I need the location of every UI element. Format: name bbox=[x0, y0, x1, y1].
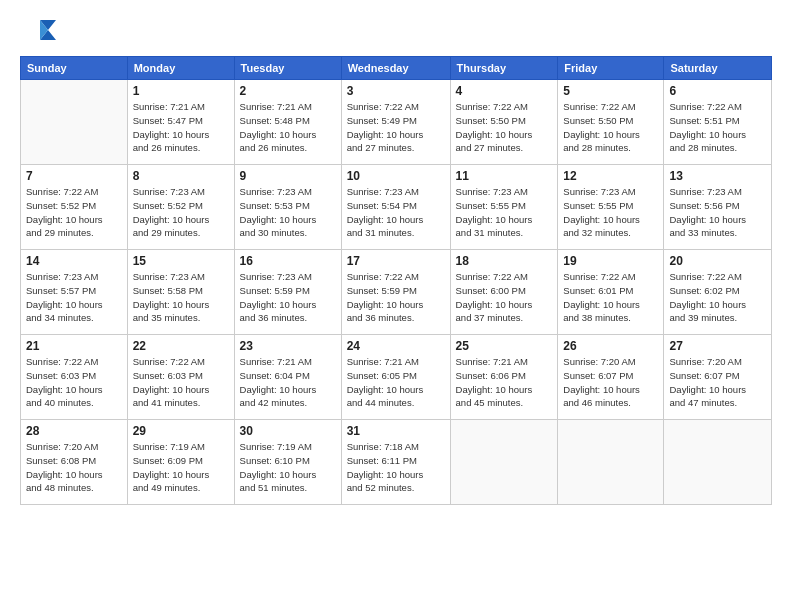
weekday-header: Friday bbox=[558, 57, 664, 80]
calendar-cell: 27Sunrise: 7:20 AM Sunset: 6:07 PM Dayli… bbox=[664, 335, 772, 420]
day-number: 8 bbox=[133, 169, 229, 183]
calendar-cell: 17Sunrise: 7:22 AM Sunset: 5:59 PM Dayli… bbox=[341, 250, 450, 335]
day-number: 4 bbox=[456, 84, 553, 98]
day-number: 23 bbox=[240, 339, 336, 353]
day-number: 1 bbox=[133, 84, 229, 98]
day-info: Sunrise: 7:22 AM Sunset: 5:50 PM Dayligh… bbox=[563, 100, 658, 155]
day-info: Sunrise: 7:20 AM Sunset: 6:07 PM Dayligh… bbox=[669, 355, 766, 410]
day-number: 16 bbox=[240, 254, 336, 268]
day-info: Sunrise: 7:22 AM Sunset: 5:49 PM Dayligh… bbox=[347, 100, 445, 155]
day-number: 18 bbox=[456, 254, 553, 268]
day-number: 24 bbox=[347, 339, 445, 353]
day-info: Sunrise: 7:22 AM Sunset: 5:59 PM Dayligh… bbox=[347, 270, 445, 325]
calendar-cell: 10Sunrise: 7:23 AM Sunset: 5:54 PM Dayli… bbox=[341, 165, 450, 250]
calendar-cell: 3Sunrise: 7:22 AM Sunset: 5:49 PM Daylig… bbox=[341, 80, 450, 165]
day-info: Sunrise: 7:22 AM Sunset: 6:03 PM Dayligh… bbox=[133, 355, 229, 410]
calendar-week-row: 7Sunrise: 7:22 AM Sunset: 5:52 PM Daylig… bbox=[21, 165, 772, 250]
day-number: 13 bbox=[669, 169, 766, 183]
day-number: 3 bbox=[347, 84, 445, 98]
calendar-cell: 6Sunrise: 7:22 AM Sunset: 5:51 PM Daylig… bbox=[664, 80, 772, 165]
day-number: 28 bbox=[26, 424, 122, 438]
calendar-cell: 15Sunrise: 7:23 AM Sunset: 5:58 PM Dayli… bbox=[127, 250, 234, 335]
calendar-cell bbox=[450, 420, 558, 505]
day-info: Sunrise: 7:21 AM Sunset: 6:05 PM Dayligh… bbox=[347, 355, 445, 410]
calendar-cell: 30Sunrise: 7:19 AM Sunset: 6:10 PM Dayli… bbox=[234, 420, 341, 505]
day-info: Sunrise: 7:23 AM Sunset: 5:55 PM Dayligh… bbox=[563, 185, 658, 240]
day-info: Sunrise: 7:22 AM Sunset: 5:52 PM Dayligh… bbox=[26, 185, 122, 240]
day-info: Sunrise: 7:23 AM Sunset: 5:57 PM Dayligh… bbox=[26, 270, 122, 325]
calendar-cell: 26Sunrise: 7:20 AM Sunset: 6:07 PM Dayli… bbox=[558, 335, 664, 420]
calendar-cell: 9Sunrise: 7:23 AM Sunset: 5:53 PM Daylig… bbox=[234, 165, 341, 250]
day-info: Sunrise: 7:21 AM Sunset: 6:04 PM Dayligh… bbox=[240, 355, 336, 410]
calendar-cell: 13Sunrise: 7:23 AM Sunset: 5:56 PM Dayli… bbox=[664, 165, 772, 250]
day-info: Sunrise: 7:22 AM Sunset: 6:00 PM Dayligh… bbox=[456, 270, 553, 325]
calendar-cell: 11Sunrise: 7:23 AM Sunset: 5:55 PM Dayli… bbox=[450, 165, 558, 250]
calendar-cell: 7Sunrise: 7:22 AM Sunset: 5:52 PM Daylig… bbox=[21, 165, 128, 250]
calendar-cell bbox=[664, 420, 772, 505]
day-number: 7 bbox=[26, 169, 122, 183]
calendar-cell: 12Sunrise: 7:23 AM Sunset: 5:55 PM Dayli… bbox=[558, 165, 664, 250]
calendar-cell: 1Sunrise: 7:21 AM Sunset: 5:47 PM Daylig… bbox=[127, 80, 234, 165]
day-number: 19 bbox=[563, 254, 658, 268]
logo-icon bbox=[20, 16, 56, 46]
day-info: Sunrise: 7:18 AM Sunset: 6:11 PM Dayligh… bbox=[347, 440, 445, 495]
day-number: 17 bbox=[347, 254, 445, 268]
day-number: 22 bbox=[133, 339, 229, 353]
calendar-cell: 21Sunrise: 7:22 AM Sunset: 6:03 PM Dayli… bbox=[21, 335, 128, 420]
calendar-cell: 4Sunrise: 7:22 AM Sunset: 5:50 PM Daylig… bbox=[450, 80, 558, 165]
day-number: 25 bbox=[456, 339, 553, 353]
calendar-week-row: 1Sunrise: 7:21 AM Sunset: 5:47 PM Daylig… bbox=[21, 80, 772, 165]
day-number: 12 bbox=[563, 169, 658, 183]
day-info: Sunrise: 7:23 AM Sunset: 5:53 PM Dayligh… bbox=[240, 185, 336, 240]
calendar-cell bbox=[21, 80, 128, 165]
calendar-cell: 8Sunrise: 7:23 AM Sunset: 5:52 PM Daylig… bbox=[127, 165, 234, 250]
weekday-header: Saturday bbox=[664, 57, 772, 80]
day-number: 30 bbox=[240, 424, 336, 438]
header bbox=[20, 16, 772, 46]
calendar-table: SundayMondayTuesdayWednesdayThursdayFrid… bbox=[20, 56, 772, 505]
calendar-cell: 23Sunrise: 7:21 AM Sunset: 6:04 PM Dayli… bbox=[234, 335, 341, 420]
calendar-cell: 28Sunrise: 7:20 AM Sunset: 6:08 PM Dayli… bbox=[21, 420, 128, 505]
day-info: Sunrise: 7:21 AM Sunset: 6:06 PM Dayligh… bbox=[456, 355, 553, 410]
day-number: 20 bbox=[669, 254, 766, 268]
page: SundayMondayTuesdayWednesdayThursdayFrid… bbox=[0, 0, 792, 612]
day-info: Sunrise: 7:23 AM Sunset: 5:59 PM Dayligh… bbox=[240, 270, 336, 325]
day-info: Sunrise: 7:23 AM Sunset: 5:58 PM Dayligh… bbox=[133, 270, 229, 325]
weekday-header: Wednesday bbox=[341, 57, 450, 80]
day-number: 27 bbox=[669, 339, 766, 353]
calendar-cell: 25Sunrise: 7:21 AM Sunset: 6:06 PM Dayli… bbox=[450, 335, 558, 420]
day-info: Sunrise: 7:23 AM Sunset: 5:54 PM Dayligh… bbox=[347, 185, 445, 240]
weekday-header: Monday bbox=[127, 57, 234, 80]
day-info: Sunrise: 7:20 AM Sunset: 6:08 PM Dayligh… bbox=[26, 440, 122, 495]
day-info: Sunrise: 7:23 AM Sunset: 5:55 PM Dayligh… bbox=[456, 185, 553, 240]
calendar-week-row: 14Sunrise: 7:23 AM Sunset: 5:57 PM Dayli… bbox=[21, 250, 772, 335]
calendar-cell: 29Sunrise: 7:19 AM Sunset: 6:09 PM Dayli… bbox=[127, 420, 234, 505]
day-number: 2 bbox=[240, 84, 336, 98]
calendar-cell: 19Sunrise: 7:22 AM Sunset: 6:01 PM Dayli… bbox=[558, 250, 664, 335]
day-number: 21 bbox=[26, 339, 122, 353]
day-number: 9 bbox=[240, 169, 336, 183]
calendar-cell: 22Sunrise: 7:22 AM Sunset: 6:03 PM Dayli… bbox=[127, 335, 234, 420]
logo bbox=[20, 16, 60, 46]
day-info: Sunrise: 7:19 AM Sunset: 6:10 PM Dayligh… bbox=[240, 440, 336, 495]
day-number: 14 bbox=[26, 254, 122, 268]
day-number: 5 bbox=[563, 84, 658, 98]
day-number: 10 bbox=[347, 169, 445, 183]
day-info: Sunrise: 7:22 AM Sunset: 5:51 PM Dayligh… bbox=[669, 100, 766, 155]
calendar-cell bbox=[558, 420, 664, 505]
weekday-header: Tuesday bbox=[234, 57, 341, 80]
calendar-cell: 16Sunrise: 7:23 AM Sunset: 5:59 PM Dayli… bbox=[234, 250, 341, 335]
day-number: 29 bbox=[133, 424, 229, 438]
day-info: Sunrise: 7:20 AM Sunset: 6:07 PM Dayligh… bbox=[563, 355, 658, 410]
day-number: 15 bbox=[133, 254, 229, 268]
day-info: Sunrise: 7:23 AM Sunset: 5:52 PM Dayligh… bbox=[133, 185, 229, 240]
day-info: Sunrise: 7:22 AM Sunset: 6:01 PM Dayligh… bbox=[563, 270, 658, 325]
calendar-cell: 14Sunrise: 7:23 AM Sunset: 5:57 PM Dayli… bbox=[21, 250, 128, 335]
calendar-cell: 31Sunrise: 7:18 AM Sunset: 6:11 PM Dayli… bbox=[341, 420, 450, 505]
day-info: Sunrise: 7:21 AM Sunset: 5:47 PM Dayligh… bbox=[133, 100, 229, 155]
day-info: Sunrise: 7:22 AM Sunset: 5:50 PM Dayligh… bbox=[456, 100, 553, 155]
day-number: 11 bbox=[456, 169, 553, 183]
day-info: Sunrise: 7:21 AM Sunset: 5:48 PM Dayligh… bbox=[240, 100, 336, 155]
calendar-header-row: SundayMondayTuesdayWednesdayThursdayFrid… bbox=[21, 57, 772, 80]
weekday-header: Sunday bbox=[21, 57, 128, 80]
